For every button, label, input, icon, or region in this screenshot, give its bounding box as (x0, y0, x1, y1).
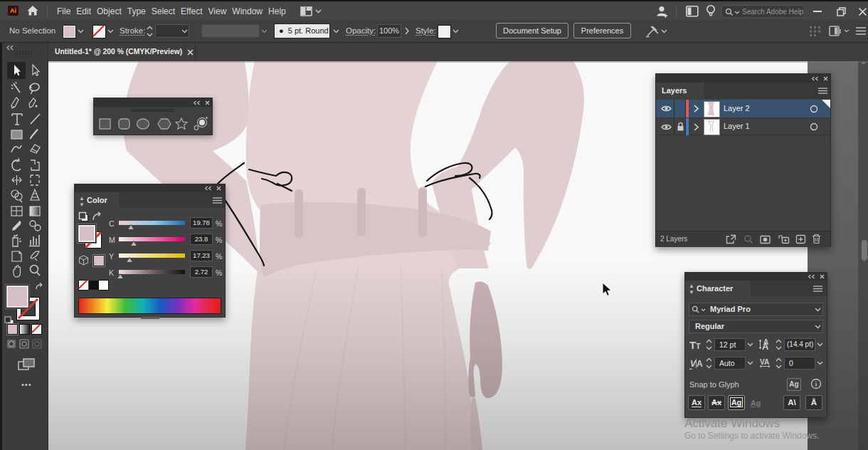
svg-text:T: T (696, 342, 701, 350)
svg-text:A: A (697, 359, 703, 369)
svg-text:VA: VA (760, 358, 769, 366)
svg-text:A: A (762, 341, 769, 351)
svg-text:T: T (689, 339, 696, 351)
svg-text:V: V (690, 359, 697, 369)
